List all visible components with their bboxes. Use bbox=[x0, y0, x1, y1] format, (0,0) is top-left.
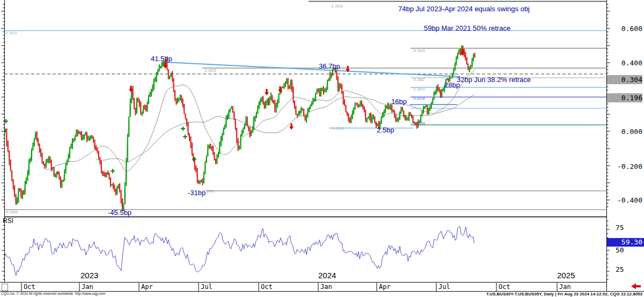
fib-level-label: 0.382 bbox=[413, 78, 425, 82]
annotation-label: 41.5bp bbox=[151, 55, 172, 62]
x-axis-month-label: Oct bbox=[24, 284, 35, 290]
x-axis-month-label: Apr bbox=[379, 284, 391, 290]
footer-copyright: CQG Inc. © 2024 All rights reserved worl… bbox=[1, 292, 105, 296]
fib-level-label: 1.000 bbox=[331, 4, 343, 9]
close-line bbox=[5, 48, 475, 210]
scroll-left-arrow-icon bbox=[631, 284, 641, 289]
price-axis-label: 0.000 bbox=[607, 127, 642, 136]
price-axis-label: -0.200 bbox=[607, 162, 642, 171]
annotation-label: 32bp Jun 38.2% retrace bbox=[457, 76, 531, 83]
sell-arrow-icon bbox=[289, 123, 294, 130]
x-axis-month-label: Jan bbox=[320, 284, 332, 290]
rsi-axis-label: 75 bbox=[616, 224, 624, 231]
rsi-study-label: RSI bbox=[3, 218, 13, 224]
fib-level-label: 1.000 bbox=[204, 69, 216, 73]
fib-level-label: 0.618 bbox=[413, 96, 425, 101]
fib-level-label: 0.000 bbox=[413, 49, 425, 53]
x-axis-year-label: 2025 bbox=[557, 271, 575, 279]
x-axis-month-label: Apr bbox=[141, 284, 153, 290]
fib-level-label: 0.500 bbox=[413, 87, 425, 92]
rsi-line bbox=[4, 227, 474, 276]
annotation-label: 2.5bp bbox=[377, 127, 394, 133]
rsi-axis-label: 25 bbox=[616, 266, 624, 273]
annotation-label: 28bp bbox=[444, 81, 460, 88]
fib-level-label: 1.000 bbox=[413, 122, 425, 126]
annotation-label: -45.5bp bbox=[108, 209, 131, 216]
x-axis-month-label: Oct bbox=[499, 284, 510, 290]
x-axis-month-label: Jul bbox=[201, 284, 213, 290]
chart-canvas[interactable] bbox=[0, 0, 644, 297]
annotation-label: 36.7bp bbox=[319, 63, 340, 70]
x-axis-month-label: Jul bbox=[438, 284, 450, 290]
moving-average-line bbox=[43, 70, 475, 171]
price-axis-label: 0.304 bbox=[607, 75, 642, 84]
annotation-label: 59bp Mar 2021 50% retrace bbox=[424, 25, 510, 32]
footer-symbol-status: T.US.BUS30Y-T.US.BUS05Y, Daily | Fri Aug… bbox=[486, 292, 642, 296]
annotation-label: 16bp bbox=[391, 98, 407, 105]
cqg-chart-window: 74bp Jul 2023-Apr 2024 equals swings obj… bbox=[0, 0, 644, 297]
footer-bar: CQG Inc. © 2024 All rights reserved worl… bbox=[0, 292, 644, 297]
price-axis-label: 0.196 bbox=[607, 93, 642, 102]
rsi-value-badge: 59.30 bbox=[607, 238, 644, 247]
x-axis-year-label: 2024 bbox=[318, 271, 336, 279]
x-axis-month-label: Oct bbox=[261, 284, 273, 290]
x-axis-checkbox[interactable] bbox=[2, 284, 8, 291]
price-axis-label: -0.400 bbox=[607, 196, 642, 205]
x-axis-month-label: Jan bbox=[559, 284, 571, 290]
fib-level-label: 0.000 bbox=[202, 189, 214, 194]
x-axis-month-label: Jan bbox=[82, 284, 93, 290]
fib-level-label: 0.500 bbox=[5, 31, 17, 35]
sell-arrow-icon bbox=[265, 89, 269, 95]
fib-level-label: 0.000 bbox=[6, 210, 18, 214]
price-axis-label: 0.600 bbox=[607, 24, 642, 33]
price-axis-label: 0.400 bbox=[607, 58, 642, 68]
fib-level-label: 0.000 bbox=[332, 127, 344, 131]
x-axis-year-label: 2023 bbox=[80, 271, 98, 279]
annotation-label: 74bp Jul 2023-Apr 2024 equals swings obj bbox=[398, 5, 530, 12]
rsi-axis-label: 50 bbox=[616, 247, 624, 254]
